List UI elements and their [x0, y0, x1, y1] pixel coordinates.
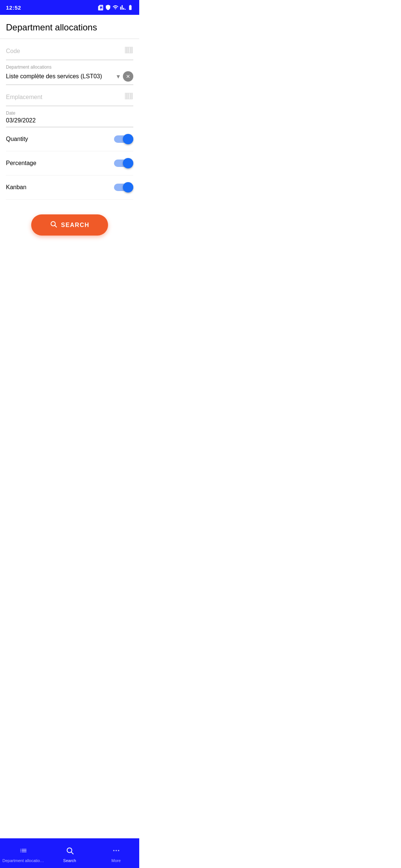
emplacement-placeholder: Emplacement	[6, 94, 42, 100]
percentage-label: Percentage	[6, 160, 36, 167]
department-allocation-label: Department allocations	[6, 65, 133, 70]
dropdown-value-row: Liste complète des services (LST03) ▾ ✕	[6, 71, 133, 82]
quantity-toggle-thumb	[123, 134, 133, 144]
percentage-toggle[interactable]	[114, 158, 133, 168]
svg-rect-7	[132, 47, 133, 53]
svg-rect-0	[125, 47, 126, 53]
status-bar: 12:52	[0, 0, 139, 15]
percentage-toggle-thumb	[123, 158, 133, 168]
svg-rect-11	[128, 93, 128, 99]
page-title-area: Department allocations	[0, 15, 139, 39]
battery-icon	[127, 4, 133, 10]
kanban-toggle-thumb	[123, 182, 133, 193]
svg-rect-9	[126, 93, 127, 99]
dropdown-arrow-icon: ▾	[117, 72, 120, 80]
search-button-label: SEARCH	[61, 222, 89, 228]
svg-rect-6	[131, 47, 132, 53]
code-input-wrap[interactable]: Code	[6, 48, 121, 55]
percentage-toggle-row: Percentage	[6, 151, 133, 175]
code-field-row: Code	[6, 39, 133, 60]
svg-rect-13	[130, 93, 131, 99]
search-button[interactable]: SEARCH	[31, 214, 108, 236]
quantity-label: Quantity	[6, 136, 28, 142]
quantity-toggle[interactable]	[114, 134, 133, 144]
kanban-toggle-row: Kanban	[6, 175, 133, 200]
quantity-toggle-row: Quantity	[6, 127, 133, 151]
dropdown-clear-button[interactable]: ✕	[123, 71, 133, 82]
code-placeholder: Code	[6, 48, 20, 54]
department-allocation-value: Liste complète des services (LST03)	[6, 73, 117, 80]
svg-rect-2	[127, 47, 128, 53]
svg-rect-12	[129, 93, 130, 99]
signal-icon	[120, 4, 126, 10]
wifi-icon	[113, 4, 118, 10]
secure-icon	[105, 4, 111, 10]
svg-rect-5	[130, 47, 131, 53]
kanban-label: Kanban	[6, 184, 26, 191]
sim-card-icon	[98, 4, 104, 10]
page-title: Department allocations	[6, 22, 133, 33]
kanban-toggle[interactable]	[114, 182, 133, 193]
svg-rect-15	[132, 93, 133, 99]
code-barcode-icon[interactable]	[124, 46, 133, 57]
date-value: 03/29/2022	[6, 117, 36, 124]
department-allocation-dropdown[interactable]: Department allocations Liste complète de…	[6, 60, 133, 85]
svg-rect-8	[125, 93, 126, 99]
main-content: Department allocations Code	[0, 15, 139, 306]
emplacement-field-row: Emplacement	[6, 85, 133, 106]
svg-rect-4	[129, 47, 130, 53]
date-label: Date	[6, 111, 133, 116]
emplacement-input-wrap[interactable]: Emplacement	[6, 94, 121, 101]
status-time: 12:52	[6, 4, 21, 11]
search-button-icon	[50, 220, 57, 230]
emplacement-barcode-icon[interactable]	[124, 92, 133, 103]
svg-rect-10	[127, 93, 128, 99]
svg-rect-3	[128, 47, 128, 53]
svg-rect-1	[126, 47, 127, 53]
status-icons	[98, 4, 133, 10]
search-button-wrap: SEARCH	[0, 200, 139, 247]
date-field-row[interactable]: Date 03/29/2022	[6, 106, 133, 127]
svg-line-17	[55, 226, 57, 227]
form-area: Code Department allocations Liste co	[0, 39, 139, 200]
svg-rect-14	[131, 93, 132, 99]
